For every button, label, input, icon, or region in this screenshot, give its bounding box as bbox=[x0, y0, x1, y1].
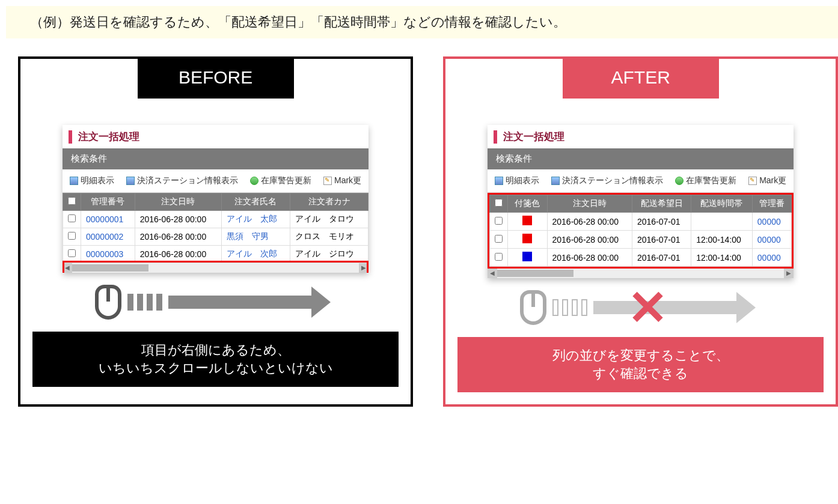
scroll-thumb[interactable] bbox=[72, 264, 148, 272]
tag-color-swatch bbox=[522, 234, 532, 243]
mgmt-no-link[interactable]: 00000001 bbox=[81, 211, 135, 228]
toolbar: 明細表示 決済ステーション情報表示 在庫警告更新 Mark更 bbox=[488, 169, 794, 193]
scroll-left-icon[interactable]: ◀ bbox=[63, 263, 72, 273]
select-all-checkbox[interactable] bbox=[68, 197, 76, 205]
mgmt-no-link[interactable]: 00000002 bbox=[81, 228, 135, 246]
before-caption: 項目が右側にあるため、 いちいちスクロールしないといけない bbox=[32, 332, 399, 387]
toolbar-payment[interactable]: 決済ステーション情報表示 bbox=[551, 175, 663, 186]
table-row: 2016-06-28 00:00 2016-07-01 12:00-14:00 … bbox=[490, 231, 792, 249]
arrow-icon bbox=[168, 296, 313, 309]
mouse-icon bbox=[95, 285, 121, 320]
toolbar-stock[interactable]: 在庫警告更新 bbox=[675, 175, 736, 186]
scroll-left-icon[interactable]: ◀ bbox=[488, 269, 497, 278]
orderer-name-link[interactable]: アイル 次郎 bbox=[221, 246, 290, 263]
mark-icon bbox=[748, 177, 757, 185]
scroll-right-icon[interactable]: ▶ bbox=[784, 269, 794, 278]
row-checkbox[interactable] bbox=[495, 253, 503, 261]
detail-icon bbox=[495, 177, 503, 185]
tag-color-swatch bbox=[522, 216, 532, 225]
scroll-illustration: ✕ bbox=[457, 290, 824, 325]
before-label: BEFORE bbox=[138, 56, 294, 99]
toolbar-payment[interactable]: 決済ステーション情報表示 bbox=[126, 175, 238, 186]
page-title: 注文一括処理 bbox=[63, 125, 369, 148]
toolbar-mark[interactable]: Mark更 bbox=[748, 175, 786, 186]
toolbar-detail[interactable]: 明細表示 bbox=[495, 175, 539, 186]
select-all-checkbox[interactable] bbox=[495, 199, 503, 207]
orderer-name-link[interactable]: アイル 太郎 bbox=[221, 211, 290, 228]
toolbar-detail[interactable]: 明細表示 bbox=[70, 175, 114, 186]
toolbar-mark[interactable]: Mark更 bbox=[323, 175, 361, 186]
mark-icon bbox=[323, 177, 332, 185]
detail-icon bbox=[70, 177, 78, 185]
after-caption: 列の並びを変更することで、 すぐ確認できる bbox=[457, 337, 824, 392]
detail-icon bbox=[551, 177, 560, 185]
before-table: 管理番号 注文日時 注文者氏名 注文者カナ 00000001 2016-06-2… bbox=[63, 193, 369, 263]
scroll-thumb[interactable] bbox=[497, 270, 573, 277]
mgmt-no-link[interactable]: 00000 bbox=[752, 231, 791, 249]
scroll-illustration bbox=[32, 285, 399, 320]
mgmt-no-link[interactable]: 00000 bbox=[752, 213, 791, 231]
table-row: 00000002 2016-06-28 00:00 黒須 守男 クロス モリオ bbox=[63, 228, 369, 246]
table-row: 00000001 2016-06-28 00:00 アイル 太郎 アイル タロウ bbox=[63, 211, 369, 228]
mgmt-no-link[interactable]: 00000003 bbox=[81, 246, 135, 263]
table-row: 2016-06-28 00:00 2016-07-01 00000 bbox=[490, 213, 792, 231]
mgmt-no-link[interactable]: 00000 bbox=[752, 249, 791, 267]
row-checkbox[interactable] bbox=[68, 232, 76, 240]
refresh-icon bbox=[675, 177, 684, 185]
toolbar: 明細表示 決済ステーション情報表示 在庫警告更新 Mark更 bbox=[63, 169, 369, 193]
row-checkbox[interactable] bbox=[495, 235, 503, 243]
toolbar-stock[interactable]: 在庫警告更新 bbox=[250, 175, 311, 186]
after-panel: AFTER 注文一括処理 検索条件 明細表示 決済ステーション情報表示 在庫警告… bbox=[443, 56, 838, 407]
after-table: 付箋色 注文日時 配送希望日 配送時間帯 管理番 2016-06-28 00:0… bbox=[489, 195, 792, 267]
row-checkbox[interactable] bbox=[68, 249, 76, 257]
horizontal-scrollbar[interactable]: ◀ ▶ bbox=[488, 269, 794, 278]
cross-icon: ✕ bbox=[628, 280, 668, 336]
row-checkbox[interactable] bbox=[68, 214, 76, 222]
horizontal-scrollbar[interactable]: ◀ ▶ bbox=[63, 263, 369, 273]
page-title: 注文一括処理 bbox=[488, 125, 794, 148]
search-conditions-bar: 検索条件 bbox=[63, 148, 369, 169]
row-checkbox[interactable] bbox=[495, 217, 503, 225]
scroll-right-icon[interactable]: ▶ bbox=[359, 263, 369, 273]
orderer-name-link[interactable]: 黒須 守男 bbox=[221, 228, 290, 246]
before-panel: BEFORE 注文一括処理 検索条件 明細表示 決済ステーション情報表示 在庫警… bbox=[18, 56, 413, 407]
before-screenshot: 注文一括処理 検索条件 明細表示 決済ステーション情報表示 在庫警告更新 Mar… bbox=[63, 125, 369, 273]
example-description: （例）発送日を確認するため、「配送希望日」「配送時間帯」などの情報を確認したい。 bbox=[6, 6, 838, 38]
search-conditions-bar: 検索条件 bbox=[488, 148, 794, 169]
mouse-icon bbox=[520, 290, 546, 325]
after-screenshot: 注文一括処理 検索条件 明細表示 決済ステーション情報表示 在庫警告更新 Mar… bbox=[488, 125, 794, 278]
detail-icon bbox=[126, 177, 135, 185]
refresh-icon bbox=[250, 177, 258, 185]
after-label: AFTER bbox=[563, 56, 719, 99]
table-row: 00000003 2016-06-28 00:00 アイル 次郎 アイル ジロウ bbox=[63, 246, 369, 263]
table-row: 2016-06-28 00:00 2016-07-01 12:00-14:00 … bbox=[490, 249, 792, 267]
tag-color-swatch bbox=[522, 252, 532, 261]
